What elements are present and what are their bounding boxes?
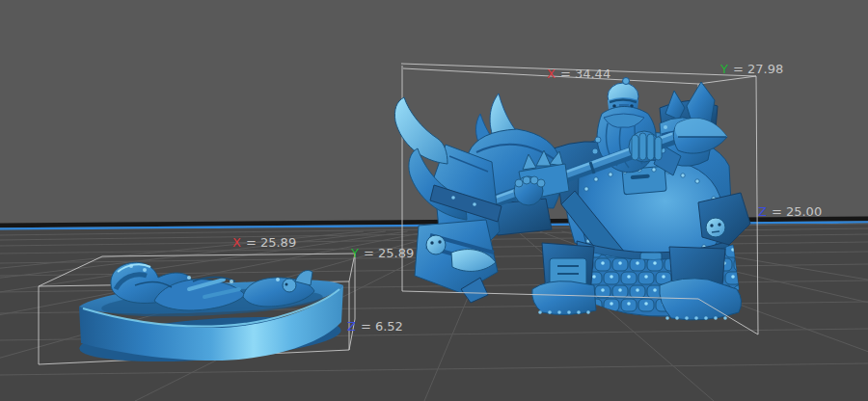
viewport-canvas[interactable] [0, 0, 868, 401]
viewport[interactable]: X = 25.89 Y = 25.89 Z = 6.52 X = 34.44 Y… [0, 0, 868, 401]
